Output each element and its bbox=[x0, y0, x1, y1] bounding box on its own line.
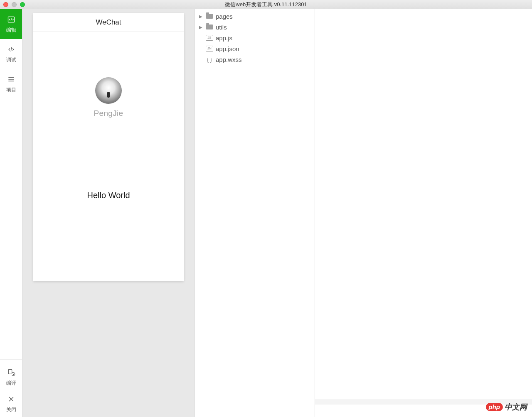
file-tree-panel: ▶ pages ▶ utils JS app.js JN app.json { … bbox=[195, 9, 315, 417]
tree-item-label: pages bbox=[216, 13, 233, 20]
sidebar-top: 编辑 调试 项目 bbox=[0, 9, 22, 99]
window-titlebar: 微信web开发者工具 v0.11.112301 bbox=[0, 0, 532, 9]
json-file-icon: JN bbox=[206, 46, 213, 52]
window-maximize-button[interactable] bbox=[20, 2, 25, 7]
sidebar-spacer bbox=[0, 99, 22, 359]
tree-item-utils[interactable]: ▶ utils bbox=[195, 22, 315, 32]
sidebar-item-label: 编译 bbox=[6, 380, 16, 387]
preview-body: PengJie Hello World bbox=[33, 32, 184, 281]
sidebar-item-label: 编辑 bbox=[6, 27, 16, 34]
chevron-right-icon: ▶ bbox=[199, 14, 203, 19]
preview-panel: WeChat PengJie Hello World bbox=[22, 9, 195, 417]
sidebar-item-label: 项目 bbox=[6, 86, 16, 93]
sidebar-item-edit[interactable]: 编辑 bbox=[0, 9, 22, 39]
window-controls bbox=[0, 2, 25, 7]
sidebar-item-label: 调试 bbox=[6, 56, 16, 64]
compile-icon bbox=[7, 368, 16, 377]
window-close-button[interactable] bbox=[3, 2, 8, 7]
tree-item-label: app.js bbox=[216, 34, 232, 42]
watermark-badge: php bbox=[486, 403, 503, 411]
preview-nav-title: WeChat bbox=[33, 13, 184, 32]
tree-item-label: app.json bbox=[216, 45, 239, 52]
folder-icon bbox=[206, 24, 213, 30]
svg-rect-4 bbox=[8, 369, 12, 374]
menu-lines-icon bbox=[7, 75, 16, 84]
watermark: php 中文网 bbox=[486, 402, 527, 412]
tree-item-app-js[interactable]: JS app.js bbox=[195, 32, 315, 43]
avatar bbox=[95, 77, 122, 104]
editor-panel[interactable] bbox=[315, 9, 532, 417]
code-debug-icon bbox=[7, 45, 16, 54]
code-editor-icon bbox=[7, 15, 16, 24]
close-icon bbox=[7, 395, 16, 404]
wxss-file-icon: { } bbox=[206, 56, 213, 62]
tree-item-app-json[interactable]: JN app.json bbox=[195, 43, 315, 54]
chevron-right-icon: ▶ bbox=[199, 25, 203, 29]
preview-username: PengJie bbox=[94, 109, 123, 118]
sidebar: 编辑 调试 项目 bbox=[0, 9, 22, 417]
main-layout: 编辑 调试 项目 bbox=[0, 9, 532, 417]
sidebar-item-debug[interactable]: 调试 bbox=[0, 39, 22, 69]
window-title: 微信web开发者工具 v0.11.112301 bbox=[0, 1, 532, 8]
sidebar-item-close[interactable]: 关闭 bbox=[0, 390, 22, 417]
tree-item-label: app.wxss bbox=[216, 56, 242, 63]
folder-icon bbox=[206, 13, 213, 19]
tree-item-pages[interactable]: ▶ pages bbox=[195, 11, 315, 22]
preview-hello-text: Hello World bbox=[87, 191, 130, 200]
sidebar-item-label: 关闭 bbox=[6, 406, 16, 413]
js-file-icon: JS bbox=[206, 35, 213, 41]
sidebar-bottom: 编译 关闭 bbox=[0, 359, 22, 417]
sidebar-item-compile[interactable]: 编译 bbox=[0, 364, 22, 390]
tree-item-label: utils bbox=[216, 24, 227, 31]
sidebar-item-project[interactable]: 项目 bbox=[0, 69, 22, 99]
tree-item-app-wxss[interactable]: { } app.wxss bbox=[195, 54, 315, 65]
phone-preview: WeChat PengJie Hello World bbox=[33, 13, 184, 281]
watermark-text: 中文网 bbox=[505, 402, 527, 412]
window-minimize-button[interactable] bbox=[12, 2, 17, 7]
